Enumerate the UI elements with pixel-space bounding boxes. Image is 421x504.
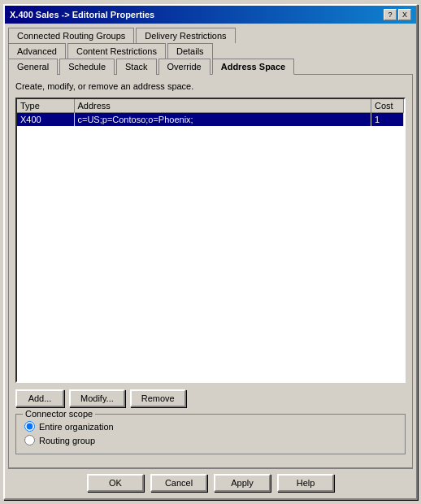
modify-button[interactable]: Modify... [69, 389, 125, 407]
tab-row-2: Advanced Content Restrictions Details [8, 42, 413, 58]
col-header-type: Type [17, 99, 74, 113]
tab-connected-routing-groups[interactable]: Connected Routing Groups [8, 28, 134, 43]
tab-general[interactable]: General [8, 59, 58, 75]
cell-cost: 1 [371, 113, 404, 127]
connector-scope-group: Connector scope Entire organization Rout… [15, 414, 406, 454]
cell-type: X400 [17, 113, 74, 127]
radio-routing-group-row: Routing group [24, 435, 397, 445]
cancel-button[interactable]: Cancel [150, 474, 207, 492]
col-header-address: Address [74, 99, 371, 113]
apply-button[interactable]: Apply [214, 474, 271, 492]
add-button[interactable]: Add... [15, 389, 64, 407]
action-buttons: Add... Modify... Remove [15, 389, 406, 407]
tab-delivery-restrictions[interactable]: Delivery Restrictions [136, 28, 235, 43]
tab-panel: Create, modify, or remove an address spa… [8, 74, 413, 468]
cell-address: c=US;p=Contoso;o=Phoenix; [74, 113, 371, 127]
radio-entire-org[interactable] [24, 421, 35, 432]
tab-description: Create, modify, or remove an address spa… [15, 81, 406, 91]
connector-scope-legend: Connector scope [23, 409, 95, 419]
tab-address-space[interactable]: Address Space [212, 59, 294, 75]
footer-buttons: OK Cancel Apply Help [8, 468, 413, 495]
tab-details[interactable]: Details [167, 43, 213, 59]
tab-content-restrictions[interactable]: Content Restrictions [67, 43, 166, 59]
title-bar-buttons: ? X [384, 9, 411, 20]
tab-row-3: General Schedule Stack Override Address … [8, 58, 413, 74]
tab-stack[interactable]: Stack [116, 59, 157, 75]
main-window: X.400 Sales -> Editorial Properties ? X … [3, 4, 418, 500]
tab-advanced[interactable]: Advanced [8, 43, 66, 59]
tab-override[interactable]: Override [158, 59, 210, 75]
radio-entire-org-label: Entire organization [39, 422, 114, 432]
radio-routing-group[interactable] [24, 435, 35, 445]
remove-button[interactable]: Remove [130, 389, 186, 407]
tab-row-1: Connected Routing Groups Delivery Restri… [8, 27, 413, 42]
table-row[interactable]: X400 c=US;p=Contoso;o=Phoenix; 1 [17, 113, 404, 127]
content-area: Connected Routing Groups Delivery Restri… [5, 24, 416, 498]
ok-button[interactable]: OK [87, 474, 144, 492]
help-title-btn[interactable]: ? [384, 9, 397, 20]
tab-schedule[interactable]: Schedule [59, 59, 115, 75]
radio-routing-group-label: Routing group [39, 436, 95, 445]
col-header-cost: Cost [371, 99, 404, 113]
address-list[interactable]: Type Address Cost X400 c=US;p=Contoso;o=… [15, 98, 406, 383]
radio-entire-org-row: Entire organization [24, 421, 397, 432]
help-button[interactable]: Help [277, 474, 334, 492]
close-title-btn[interactable]: X [398, 9, 411, 20]
title-bar: X.400 Sales -> Editorial Properties ? X [5, 6, 416, 24]
window-title: X.400 Sales -> Editorial Properties [10, 10, 154, 20]
